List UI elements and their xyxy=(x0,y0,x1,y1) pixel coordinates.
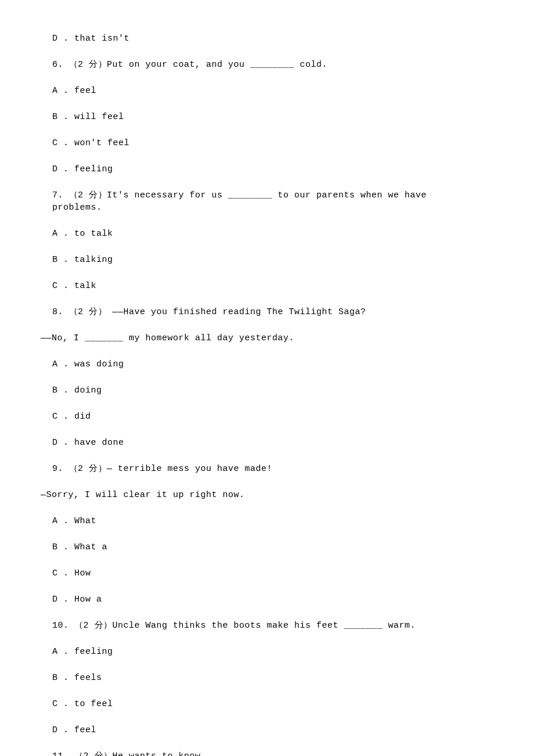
q9-option-c: C . How xyxy=(52,567,482,579)
q8-option-b: B . doing xyxy=(52,384,482,397)
q6-option-c: C . won't feel xyxy=(52,137,482,149)
q7-option-c: C . talk xyxy=(52,280,482,292)
q6-option-b: B . will feel xyxy=(52,111,482,123)
q10-option-c: C . to feel xyxy=(52,698,482,710)
q7-option-a: A . to talk xyxy=(52,228,482,240)
q6-option-d: D . feeling xyxy=(52,163,482,175)
q8-option-c: C . did xyxy=(52,411,482,423)
q10-stem: 10. （2 分）Uncle Wang thinks the boots mak… xyxy=(52,620,482,632)
q8-option-a: A . was doing xyxy=(52,358,482,370)
q7-option-b: B . talking xyxy=(52,254,482,266)
q10-option-b: B . feels xyxy=(52,672,482,684)
q10-option-a: A . feeling xyxy=(52,646,482,658)
q11-stem: 11. （2 分）He wants to know ________. xyxy=(52,750,482,756)
q9-option-b: B . What a xyxy=(52,541,482,553)
q7-stem: 7. （2 分）It's necessary for us ________ t… xyxy=(52,189,482,214)
q10-option-d: D . feel xyxy=(52,724,482,736)
page-container: D . that isn't 6. （2 分）Put on your coat,… xyxy=(0,0,534,756)
q6-stem: 6. （2 分）Put on your coat, and you ______… xyxy=(52,59,482,71)
q6-option-a: A . feel xyxy=(52,85,482,97)
q9-option-a: A . What xyxy=(52,515,482,527)
q9-stem: 9. （2 分）— terrible mess you have made! xyxy=(52,463,482,475)
q8-option-d: D . have done xyxy=(52,437,482,449)
q5-option-d: D . that isn't xyxy=(52,33,482,45)
q8-sub: ——No, I _______ my homework all day yest… xyxy=(41,332,482,344)
q9-option-d: D . How a xyxy=(52,593,482,606)
q8-stem: 8. （2 分） ——Have you finished reading The… xyxy=(52,306,482,318)
q9-sub: —Sorry, I will clear it up right now. xyxy=(41,489,482,501)
